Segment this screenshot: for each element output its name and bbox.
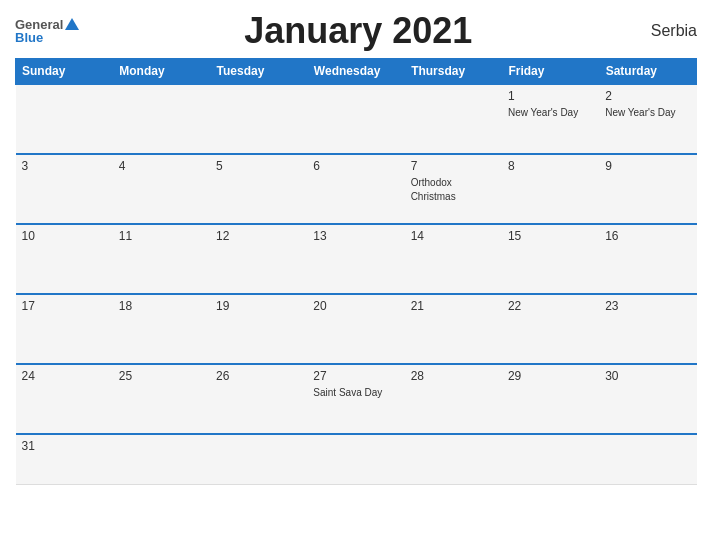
- calendar-week-row: 24252627Saint Sava Day282930: [16, 364, 697, 434]
- table-row: 4: [113, 154, 210, 224]
- logo-general-text: General: [15, 18, 79, 32]
- logo-blue-text: Blue: [15, 31, 79, 44]
- calendar-week-row: 1New Year's Day2New Year's Day: [16, 84, 697, 154]
- table-row: [405, 434, 502, 484]
- table-row: 21: [405, 294, 502, 364]
- col-tuesday: Tuesday: [210, 59, 307, 85]
- day-number: 5: [216, 159, 301, 173]
- calendar-title: January 2021: [79, 10, 637, 52]
- table-row: 28: [405, 364, 502, 434]
- logo-triangle-icon: [65, 18, 79, 30]
- country-label: Serbia: [637, 22, 697, 40]
- header: General Blue January 2021 Serbia: [15, 10, 697, 52]
- table-row: 12: [210, 224, 307, 294]
- day-number: 13: [313, 229, 398, 243]
- day-event: New Year's Day: [508, 107, 578, 118]
- table-row: 13: [307, 224, 404, 294]
- day-number: 27: [313, 369, 398, 383]
- table-row: 2New Year's Day: [599, 84, 696, 154]
- day-number: 6: [313, 159, 398, 173]
- table-row: [405, 84, 502, 154]
- calendar-header-row: Sunday Monday Tuesday Wednesday Thursday…: [16, 59, 697, 85]
- table-row: 1New Year's Day: [502, 84, 599, 154]
- day-number: 15: [508, 229, 593, 243]
- day-number: 9: [605, 159, 690, 173]
- day-number: 2: [605, 89, 690, 103]
- table-row: 11: [113, 224, 210, 294]
- table-row: [502, 434, 599, 484]
- day-number: 11: [119, 229, 204, 243]
- table-row: 26: [210, 364, 307, 434]
- day-number: 23: [605, 299, 690, 313]
- table-row: 31: [16, 434, 113, 484]
- table-row: 25: [113, 364, 210, 434]
- table-row: [113, 84, 210, 154]
- table-row: 7Orthodox Christmas: [405, 154, 502, 224]
- calendar-week-row: 17181920212223: [16, 294, 697, 364]
- table-row: [16, 84, 113, 154]
- table-row: 18: [113, 294, 210, 364]
- day-number: 12: [216, 229, 301, 243]
- table-row: [113, 434, 210, 484]
- table-row: [599, 434, 696, 484]
- table-row: 8: [502, 154, 599, 224]
- col-friday: Friday: [502, 59, 599, 85]
- day-event: New Year's Day: [605, 107, 675, 118]
- col-saturday: Saturday: [599, 59, 696, 85]
- col-thursday: Thursday: [405, 59, 502, 85]
- logo: General Blue: [15, 18, 79, 45]
- day-number: 22: [508, 299, 593, 313]
- table-row: [307, 434, 404, 484]
- table-row: 30: [599, 364, 696, 434]
- day-number: 24: [22, 369, 107, 383]
- col-wednesday: Wednesday: [307, 59, 404, 85]
- table-row: 3: [16, 154, 113, 224]
- day-number: 31: [22, 439, 107, 453]
- calendar-table: Sunday Monday Tuesday Wednesday Thursday…: [15, 58, 697, 485]
- day-number: 4: [119, 159, 204, 173]
- table-row: 19: [210, 294, 307, 364]
- table-row: 6: [307, 154, 404, 224]
- day-number: 26: [216, 369, 301, 383]
- day-event: Saint Sava Day: [313, 387, 382, 398]
- table-row: 17: [16, 294, 113, 364]
- day-number: 17: [22, 299, 107, 313]
- day-number: 14: [411, 229, 496, 243]
- table-row: 10: [16, 224, 113, 294]
- day-number: 30: [605, 369, 690, 383]
- table-row: 14: [405, 224, 502, 294]
- calendar-week-row: 31: [16, 434, 697, 484]
- day-number: 19: [216, 299, 301, 313]
- col-monday: Monday: [113, 59, 210, 85]
- table-row: 5: [210, 154, 307, 224]
- table-row: [307, 84, 404, 154]
- day-number: 1: [508, 89, 593, 103]
- day-number: 3: [22, 159, 107, 173]
- day-number: 29: [508, 369, 593, 383]
- day-number: 18: [119, 299, 204, 313]
- table-row: 16: [599, 224, 696, 294]
- table-row: 27Saint Sava Day: [307, 364, 404, 434]
- table-row: 9: [599, 154, 696, 224]
- table-row: 22: [502, 294, 599, 364]
- calendar-week-row: 10111213141516: [16, 224, 697, 294]
- col-sunday: Sunday: [16, 59, 113, 85]
- table-row: 15: [502, 224, 599, 294]
- day-number: 25: [119, 369, 204, 383]
- day-number: 16: [605, 229, 690, 243]
- table-row: [210, 84, 307, 154]
- day-number: 28: [411, 369, 496, 383]
- day-number: 20: [313, 299, 398, 313]
- page: General Blue January 2021 Serbia Sunday …: [0, 0, 712, 550]
- table-row: 23: [599, 294, 696, 364]
- day-number: 10: [22, 229, 107, 243]
- calendar-week-row: 34567Orthodox Christmas89: [16, 154, 697, 224]
- table-row: [210, 434, 307, 484]
- day-number: 7: [411, 159, 496, 173]
- table-row: 29: [502, 364, 599, 434]
- day-event: Orthodox Christmas: [411, 177, 456, 202]
- day-number: 21: [411, 299, 496, 313]
- table-row: 24: [16, 364, 113, 434]
- day-number: 8: [508, 159, 593, 173]
- table-row: 20: [307, 294, 404, 364]
